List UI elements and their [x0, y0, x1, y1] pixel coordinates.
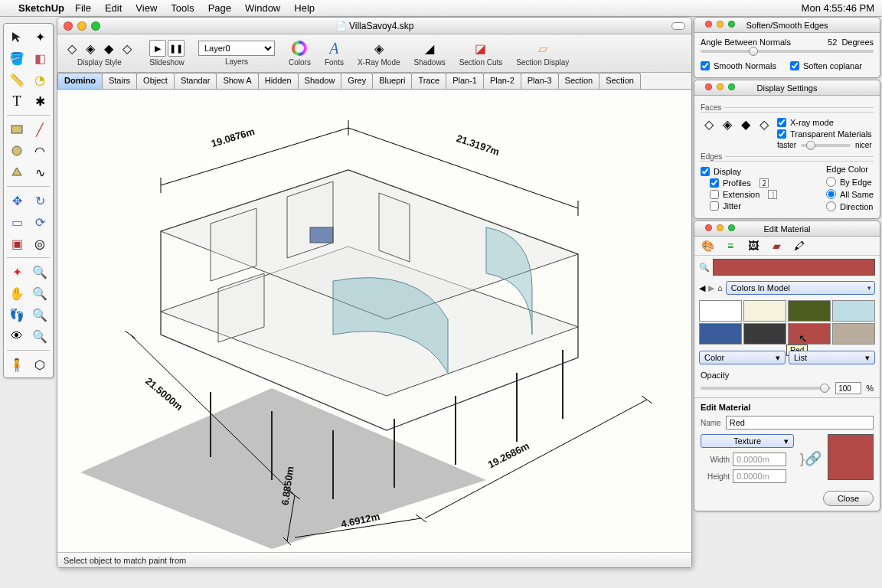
zoom-tool[interactable]: 🔍	[29, 262, 51, 282]
freehand-tool[interactable]: ∿	[29, 162, 51, 182]
search-icon[interactable]: 🔍	[699, 263, 710, 273]
profiles-checkbox[interactable]: Profiles	[701, 178, 818, 188]
direction-radio[interactable]: Direction	[826, 201, 874, 211]
texture-dropdown[interactable]: Texture▾	[701, 434, 794, 448]
extension-input[interactable]	[768, 190, 777, 199]
zoom-extents-tool[interactable]: 🔍	[29, 305, 51, 325]
style-hidden-icon[interactable]: ◈	[82, 40, 99, 57]
library-dropdown[interactable]: Colors In Model▾	[726, 281, 875, 295]
tab-grey[interactable]: Grey	[341, 73, 373, 89]
minimize-icon[interactable]	[717, 21, 724, 28]
extension-checkbox[interactable]: Extension	[701, 190, 818, 199]
protractor-tool[interactable]: ◔	[29, 70, 51, 90]
tape-measure-tool[interactable]: 📏	[6, 70, 28, 90]
tab-standar[interactable]: Standar	[174, 73, 217, 89]
crayons-icon[interactable]: 🖍	[791, 240, 808, 252]
colors-icon[interactable]	[291, 40, 308, 57]
xray-icon[interactable]: ◈	[371, 40, 387, 57]
jitter-checkbox[interactable]: Jitter	[701, 201, 818, 211]
close-icon[interactable]	[705, 21, 712, 28]
lasso-tool[interactable]: ✦	[29, 27, 51, 47]
texture-height-input[interactable]	[733, 469, 786, 483]
offset-tool[interactable]: ◎	[29, 234, 51, 253]
shadows-icon[interactable]: ◢	[421, 40, 438, 57]
paint-bucket-tool[interactable]: 🪣	[6, 48, 28, 68]
swatch[interactable]	[699, 323, 742, 345]
tab-object[interactable]: Object	[136, 73, 175, 89]
zoom-icon[interactable]	[728, 21, 735, 28]
pause-button[interactable]: ❚❚	[168, 40, 185, 57]
back-icon[interactable]: ◀	[699, 283, 705, 293]
move-tool[interactable]: ✥	[6, 191, 28, 211]
section-display-icon[interactable]: ▱	[534, 40, 551, 57]
home-icon[interactable]: ⌂	[717, 283, 723, 292]
menu-help[interactable]: Help	[294, 2, 315, 14]
followme-tool[interactable]: ⟳	[29, 212, 51, 232]
section-tool[interactable]: ⬡	[29, 354, 51, 374]
smooth-normals-checkbox[interactable]: Smooth Normals	[701, 61, 776, 70]
layer-dropdown[interactable]: Layer0	[198, 41, 275, 56]
pan-tool[interactable]: ✋	[6, 283, 28, 303]
brick-icon[interactable]: ▰	[768, 240, 785, 252]
face-style-3-icon[interactable]: ◆	[737, 116, 754, 132]
swatch[interactable]	[832, 300, 875, 322]
menu-file[interactable]: File	[75, 2, 91, 14]
face-style-4-icon[interactable]: ◇	[756, 116, 773, 132]
soften-coplanar-checkbox[interactable]: Soften coplanar	[790, 61, 862, 70]
style-textured-icon[interactable]: ◇	[119, 40, 136, 57]
swatch[interactable]	[788, 300, 831, 322]
select-tool[interactable]	[6, 27, 28, 47]
zoom-icon[interactable]	[728, 83, 735, 90]
line-tool[interactable]: ╱	[29, 119, 51, 139]
play-button[interactable]: ▶	[149, 40, 166, 57]
tab-bluepri[interactable]: Bluepri	[372, 73, 412, 89]
minimize-icon[interactable]	[717, 83, 724, 90]
swatch[interactable]	[832, 323, 875, 345]
swatch[interactable]	[699, 300, 742, 322]
swatch[interactable]	[743, 300, 786, 322]
style-wireframe-icon[interactable]: ◇	[64, 40, 80, 57]
profiles-input[interactable]	[760, 178, 769, 188]
app-name[interactable]: SketchUp	[18, 2, 64, 14]
image-icon[interactable]: 🖼	[745, 240, 762, 252]
swatch[interactable]	[743, 323, 786, 345]
all-same-radio[interactable]: All Same	[826, 189, 874, 199]
close-button[interactable]: Close	[823, 491, 874, 506]
tab-plan-3[interactable]: Plan-3	[521, 73, 559, 89]
tab-shadow[interactable]: Shadow	[298, 73, 342, 89]
tab-plan-1[interactable]: Plan-1	[446, 73, 484, 89]
tab-section-2[interactable]: Section	[599, 73, 641, 89]
menu-edit[interactable]: Edit	[105, 2, 122, 14]
tab-hidden[interactable]: Hidden	[258, 73, 299, 89]
orbit-tool[interactable]: ✦	[6, 262, 28, 282]
menu-tools[interactable]: Tools	[171, 2, 194, 14]
model-canvas[interactable]: 19.0876m 21.3197m 21.5000m 19.2686m 6.88…	[57, 90, 691, 552]
list-mode-dropdown[interactable]: List▾	[789, 351, 875, 364]
menu-window[interactable]: Window	[245, 2, 280, 14]
current-color-swatch[interactable]	[713, 259, 875, 276]
menu-view[interactable]: View	[136, 2, 157, 14]
zoom-window-tool[interactable]: 🔍	[29, 283, 51, 303]
section-cuts-icon[interactable]: ◪	[472, 40, 489, 57]
tab-show-a[interactable]: Show A	[216, 73, 258, 89]
material-preview-swatch[interactable]	[828, 434, 874, 480]
circle-tool[interactable]	[6, 141, 28, 161]
minimize-window-button[interactable]	[77, 21, 87, 31]
look-around-tool[interactable]: 👁	[6, 326, 28, 346]
position-camera-tool[interactable]: 🔍	[29, 326, 51, 346]
texture-width-input[interactable]	[733, 452, 786, 466]
sliders-icon[interactable]: ≡	[722, 240, 739, 252]
minimize-icon[interactable]	[717, 224, 724, 231]
tab-section-1[interactable]: Section	[558, 73, 600, 89]
link-icon[interactable]: }🔗	[800, 450, 822, 467]
display-edges-checkbox[interactable]: Display	[701, 167, 818, 176]
forward-icon[interactable]: ▶	[708, 283, 714, 293]
rectangle-tool[interactable]	[6, 119, 28, 139]
tab-domino[interactable]: Domino	[57, 73, 103, 89]
face-style-1-icon[interactable]: ◇	[701, 116, 717, 132]
menu-page[interactable]: Page	[208, 2, 231, 14]
polygon-tool[interactable]	[6, 162, 28, 182]
face-style-2-icon[interactable]: ◈	[719, 116, 736, 132]
close-icon[interactable]	[705, 224, 712, 231]
person-tool[interactable]: 🧍	[6, 354, 28, 374]
